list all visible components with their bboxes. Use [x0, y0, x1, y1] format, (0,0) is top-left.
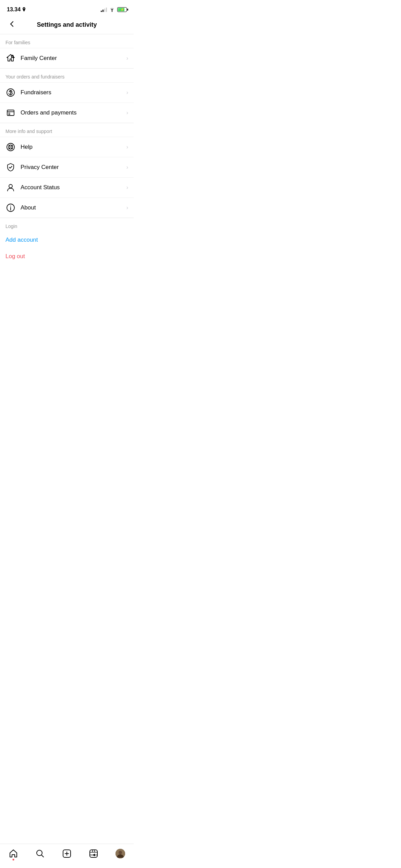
help-icon	[5, 142, 16, 152]
signal-bars	[101, 7, 107, 12]
status-time: 13.34	[7, 7, 26, 13]
help-label: Help	[21, 144, 33, 150]
wifi-icon	[109, 7, 115, 12]
orders-icon	[5, 108, 16, 118]
family-center-icon	[5, 53, 16, 63]
chevron-icon: ›	[126, 89, 128, 96]
section-label-orders: Your orders and fundraisers	[0, 69, 134, 82]
status-bar: 13.34 ⚡	[0, 0, 134, 17]
privacy-center-label: Privacy Center	[21, 164, 59, 171]
svg-point-6	[9, 184, 12, 188]
log-out-button[interactable]: Log out	[5, 248, 128, 265]
svg-point-8	[10, 206, 11, 206]
menu-item-account-status[interactable]: Account Status ›	[0, 177, 134, 197]
login-section: Login Add account Log out	[0, 218, 134, 265]
about-label: About	[21, 204, 36, 211]
section-support: More info and support Help ›	[0, 123, 134, 218]
chevron-icon: ›	[126, 144, 128, 150]
about-icon	[5, 203, 16, 213]
menu-item-privacy-center[interactable]: Privacy Center ›	[0, 157, 134, 177]
menu-item-fundraisers[interactable]: Fundraisers ›	[0, 82, 134, 103]
menu-item-help[interactable]: Help ›	[0, 137, 134, 157]
account-status-label: Account Status	[21, 184, 60, 191]
section-families: For families Family Center ›	[0, 34, 134, 69]
page-title: Settings and activity	[37, 21, 97, 28]
menu-item-orders-payments[interactable]: Orders and payments ›	[0, 103, 134, 123]
section-label-families: For families	[0, 34, 134, 48]
privacy-icon	[5, 162, 16, 172]
page-header: Settings and activity	[0, 17, 134, 34]
battery-icon: ⚡	[117, 7, 127, 12]
fundraisers-icon	[5, 87, 16, 98]
add-account-button[interactable]: Add account	[5, 232, 128, 248]
back-button[interactable]	[5, 19, 19, 31]
fundraisers-label: Fundraisers	[21, 89, 51, 96]
menu-item-family-center[interactable]: Family Center ›	[0, 48, 134, 68]
family-center-label: Family Center	[21, 55, 57, 62]
chevron-icon: ›	[126, 55, 128, 61]
content-area: For families Family Center › Your orders…	[0, 34, 134, 299]
account-status-icon	[5, 182, 16, 193]
location-icon	[22, 7, 26, 12]
section-orders: Your orders and fundraisers Fundraisers …	[0, 69, 134, 123]
login-section-label: Login	[5, 218, 128, 232]
svg-point-0	[112, 11, 113, 12]
chevron-icon: ›	[126, 164, 128, 170]
chevron-icon: ›	[126, 184, 128, 191]
status-icons: ⚡	[101, 7, 127, 12]
section-label-support: More info and support	[0, 123, 134, 137]
menu-item-about[interactable]: About ›	[0, 197, 134, 218]
chevron-icon: ›	[126, 110, 128, 116]
orders-payments-label: Orders and payments	[21, 109, 76, 116]
chevron-icon: ›	[126, 205, 128, 211]
svg-rect-3	[7, 110, 14, 116]
